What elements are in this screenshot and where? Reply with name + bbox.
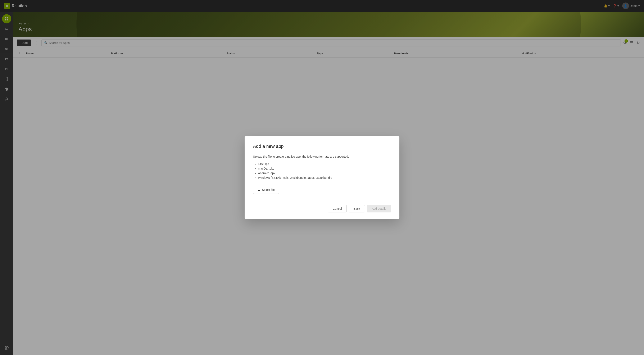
modal-title: Add a new app (253, 144, 391, 149)
format-item-android: Android: .apk (258, 171, 391, 175)
modal-footer: Cancel Back Add details (253, 205, 391, 212)
select-file-button[interactable]: ☁ Select file (253, 186, 279, 194)
cancel-button[interactable]: Cancel (328, 205, 347, 212)
format-item-windows: Windows (BETA): .msix, .msixbundle, .app… (258, 175, 391, 180)
modal-overlay[interactable]: Add a new app Upload the file to create … (0, 0, 644, 355)
modal-divider (253, 200, 391, 200)
modal-description: Upload the file to create a native app, … (253, 155, 391, 158)
back-button[interactable]: Back (349, 205, 365, 212)
add-details-button[interactable]: Add details (367, 205, 391, 212)
format-list: iOS: .ipa macOs: .pkg Android: .apk Wind… (253, 162, 391, 180)
format-item-ios: iOS: .ipa (258, 162, 391, 166)
upload-icon: ☁ (257, 188, 260, 192)
format-item-macos: macOs: .pkg (258, 166, 391, 171)
modal-add-app: Add a new app Upload the file to create … (244, 136, 400, 219)
select-file-label: Select file (262, 188, 275, 192)
